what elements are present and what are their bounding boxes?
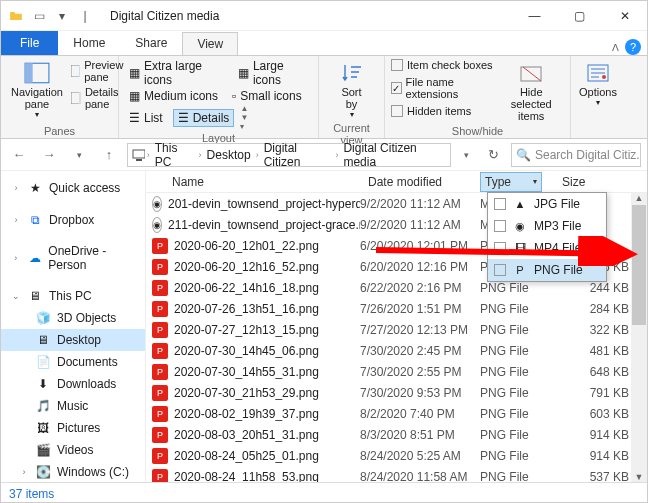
file-type: PNG File [480,344,542,358]
filter-item-mp4-file[interactable]: 🎞MP4 File [488,237,606,259]
search-input[interactable]: 🔍 Search Digital Citiz... [511,143,641,167]
layout-more[interactable]: ▾ [240,122,248,131]
scroll-down[interactable]: ▼ [635,472,644,482]
layout-scroll-up[interactable]: ▲ [240,104,248,113]
scroll-up[interactable]: ▲ [635,193,644,203]
back-button[interactable]: ← [7,143,31,167]
nav-item-desktop[interactable]: 🖥Desktop [1,329,145,351]
nav-onedrive[interactable]: ›☁OneDrive - Person [1,241,145,275]
address-dropdown[interactable]: ▾ [457,143,475,167]
scrollbar[interactable]: ▲ ▼ [631,193,647,482]
maximize-button[interactable]: ▢ [557,1,602,30]
checkbox[interactable] [494,264,506,276]
column-headers: Name Date modified Type▾ Size [146,171,647,193]
svg-rect-1 [25,63,33,83]
file-date: 9/2/2020 11:12 AM [360,197,480,211]
file-row[interactable]: P2020-08-24_11h58_53.png8/24/2020 11:58 … [146,466,647,482]
filter-item-mp3-file[interactable]: ◉MP3 File [488,215,606,237]
checkbox[interactable] [494,220,506,232]
file-date: 7/30/2020 9:53 PM [360,386,480,400]
nav-quick-access[interactable]: ›★Quick access [1,177,145,199]
file-name: 201-devin_townsend_project-hyperdri... [168,197,360,211]
item-check-boxes[interactable]: Item check boxes [391,58,494,72]
ribbon-group-options: Options ▾ [571,56,625,138]
tab-view[interactable]: View [182,32,238,55]
file-row[interactable]: P2020-07-30_14h45_06.png7/30/2020 2:45 P… [146,340,647,361]
file-name-extensions[interactable]: ✓File name extensions [391,75,494,101]
ribbon-collapse-icon[interactable]: ᐱ [612,42,619,53]
file-row[interactable]: P2020-08-24_05h25_01.png8/24/2020 5:25 A… [146,445,647,466]
folder-icon[interactable] [5,5,27,27]
file-row[interactable]: P2020-07-26_13h51_16.png7/26/2020 1:51 P… [146,298,647,319]
nav-item-music[interactable]: 🎵Music [1,395,145,417]
extra-large-icons[interactable]: ▦Extra large icons [125,58,228,88]
nav-dropbox[interactable]: ›⧉Dropbox [1,209,145,231]
col-size[interactable]: Size [542,175,647,189]
hidden-items[interactable]: Hidden items [391,104,494,118]
layout-scroll-down[interactable]: ▼ [240,113,248,122]
navigation-pane-button[interactable]: Navigation pane ▾ [7,58,67,121]
onedrive-icon: ☁ [27,250,43,266]
list-view[interactable]: ☰List [125,110,167,126]
nav-item-windows-c-[interactable]: ›💽Windows (C:) [1,461,145,482]
tab-share[interactable]: Share [120,31,182,55]
file-name: 2020-07-27_12h13_15.png [174,323,319,337]
scroll-thumb[interactable] [632,205,646,325]
minimize-button[interactable]: — [512,1,557,30]
small-icons[interactable]: ▫Small icons [228,88,306,104]
nav-item-videos[interactable]: 🎬Videos [1,439,145,461]
file-row[interactable]: P2020-07-27_12h13_15.png7/27/2020 12:13 … [146,319,647,340]
nav-item-downloads[interactable]: ⬇Downloads [1,373,145,395]
file-date: 7/26/2020 1:51 PM [360,302,480,316]
checkbox[interactable] [494,198,506,210]
checkbox[interactable] [494,242,506,254]
up-button[interactable]: ↑ [97,143,121,167]
png-icon: P [152,448,168,464]
options-button[interactable]: Options ▾ [575,58,621,109]
png-icon: P [152,322,168,338]
ribbon-tabs: File Home Share View ᐱ ? [1,31,647,55]
crumb-dcmedia[interactable]: Digital Citizen media [340,141,446,169]
nav-item-pictures[interactable]: 🖼Pictures [1,417,145,439]
file-row[interactable]: P2020-07-30_21h53_29.png7/30/2020 9:53 P… [146,382,647,403]
recent-locations[interactable]: ▾ [67,143,91,167]
file-name: 2020-08-02_19h39_37.png [174,407,319,421]
crumb-dc[interactable]: Digital Citizen [261,141,334,169]
close-button[interactable]: ✕ [602,1,647,30]
crumb-desktop[interactable]: Desktop [204,148,254,162]
details-view[interactable]: ☰Details [173,109,235,127]
properties-icon[interactable]: ▭ [28,5,50,27]
file-type: PNG File [480,281,542,295]
large-icons[interactable]: ▦Large icons [234,58,312,88]
file-row[interactable]: P2020-08-02_19h39_37.png8/2/2020 7:40 PM… [146,403,647,424]
svg-rect-3 [79,65,80,77]
breadcrumb[interactable]: › This PC› Desktop› Digital Citizen› Dig… [127,143,451,167]
file-row[interactable]: P2020-08-03_20h51_31.png8/3/2020 8:51 PM… [146,424,647,445]
help-icon[interactable]: ? [625,39,641,55]
file-list-area: Name Date modified Type▾ Size ◉201-devin… [146,171,647,482]
tab-file[interactable]: File [1,31,58,55]
hide-selected-items[interactable]: Hide selected items [498,58,564,124]
file-name: 2020-06-22_14h16_18.png [174,281,319,295]
refresh-button[interactable]: ↻ [481,143,505,167]
col-name[interactable]: Name [146,175,360,189]
forward-button[interactable]: → [37,143,61,167]
nav-item-documents[interactable]: 📄Documents [1,351,145,373]
file-name: 2020-06-20_12h16_52.png [174,260,319,274]
medium-icons[interactable]: ▦Medium icons [125,88,222,104]
qat-dropdown[interactable]: ▾ [51,5,73,27]
tab-home[interactable]: Home [58,31,120,55]
crumb-thispc[interactable]: This PC [152,141,197,169]
file-row[interactable]: P2020-07-30_14h55_31.png7/30/2020 2:55 P… [146,361,647,382]
nav-item-3d-objects[interactable]: 🧊3D Objects [1,307,145,329]
filter-item-jpg-file[interactable]: ▲JPG File [488,193,606,215]
filter-item-png-file[interactable]: PPNG File [488,259,606,281]
col-type[interactable]: Type▾ [480,172,542,192]
nav-thispc[interactable]: ⌄🖥This PC [1,285,145,307]
col-date[interactable]: Date modified [360,175,480,189]
title-bar: ▭ ▾ | Digital Citizen media — ▢ ✕ [1,1,647,31]
file-name: 2020-07-26_13h51_16.png [174,302,319,316]
file-date: 9/2/2020 11:12 AM [360,218,480,232]
sort-by-button[interactable]: Sort by ▾ [333,58,371,121]
folder-icon: 📄 [35,354,51,370]
